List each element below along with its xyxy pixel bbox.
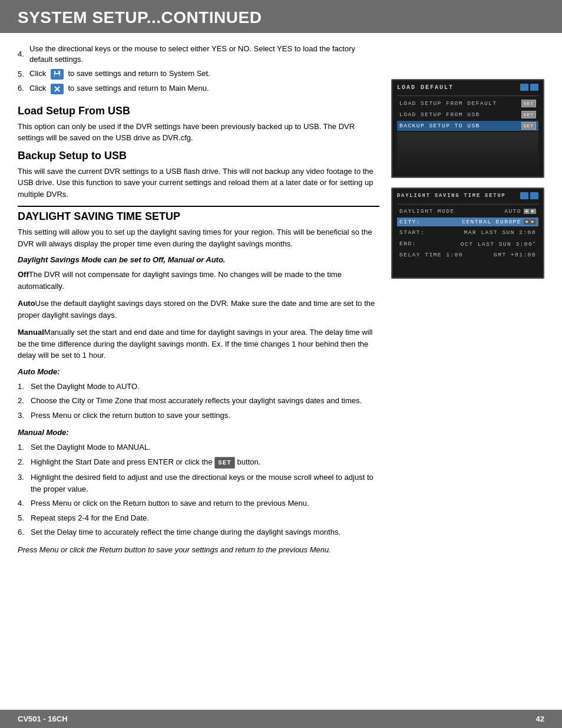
backup-setup-body: This will save the current DVR settings … xyxy=(18,166,379,200)
dvr-city: CITY: CENTRAL EUROPE ◀ ▶ xyxy=(397,218,538,226)
dvr-city-left-arrow[interactable]: ◀ xyxy=(524,219,530,225)
dvr-start-label: START: xyxy=(399,229,425,236)
list-item-4-text: Use the directional keys or the mouse to… xyxy=(29,44,379,65)
mode-off-label: Off xyxy=(18,270,29,279)
manual-step-3-num: 3. xyxy=(18,472,31,495)
manual-step-3: 3. Highlight the desired field to adjust… xyxy=(18,472,379,495)
dvr-divider-2 xyxy=(397,204,538,205)
manual-mode-steps: 1. Set the Daylight Mode to MANUAL. 2. H… xyxy=(18,442,379,538)
dvr-item-backup: BACKUP SETUP TO USB SET xyxy=(397,121,538,131)
dvr-icon-2 xyxy=(530,84,538,91)
dvr-set-2: SET xyxy=(521,111,536,118)
dvr-screen-1-title-row: LOAD DEFAULT xyxy=(397,84,538,91)
dvr-screen-2: DAYLIGHT SAVING TIME SETUP DAYLIGHT MODE… xyxy=(391,187,544,279)
daylight-heading: DAYLIGHT SAVING TIME SETUP xyxy=(18,210,379,223)
main-row: 4. Use the directional keys or the mouse… xyxy=(18,44,544,564)
manual-step-4-text: Press Menu or click on the Return button… xyxy=(31,498,309,509)
footer-label: CV501 - 16CH xyxy=(18,714,68,723)
auto-step-3-num: 3. xyxy=(18,410,31,421)
mode-auto-para: AutoUse the default daylight savings day… xyxy=(18,298,379,321)
mode-off-text: The DVR will not compensate for daylight… xyxy=(18,270,342,291)
set-button-inline: SET xyxy=(214,457,235,469)
dvr-icon-1 xyxy=(520,84,528,91)
manual-step-2-text: Highlight the Start Date and press ENTER… xyxy=(31,456,260,469)
footer-bar: CV501 - 16CH 42 xyxy=(0,710,562,728)
dvr-item-load-default-text: LOAD SETUP FROM DEFAULT xyxy=(399,100,497,107)
auto-step-1-num: 1. xyxy=(18,381,31,393)
manual-step-1: 1. Set the Daylight Mode to MANUAL. xyxy=(18,442,379,453)
dvr-start-value: MAR LAST SUN 2:00 xyxy=(464,229,536,236)
header-bar: SYSTEM SETUP...continued xyxy=(0,0,562,33)
load-setup-body: This option can only be used if the DVR … xyxy=(18,121,379,144)
manual-step-6: 6. Set the Delay time to accurately refl… xyxy=(18,526,379,538)
auto-step-2: 2. Choose the City or Time Zone that mos… xyxy=(18,395,379,407)
mode-off-para: OffThe DVR will not compensate for dayli… xyxy=(18,269,379,292)
x-icon-button[interactable] xyxy=(51,84,64,94)
dvr-screen-1-preview xyxy=(397,132,538,173)
dvr-icon-4 xyxy=(530,192,538,199)
auto-mode-steps: 1. Set the Daylight Mode to AUTO. 2. Cho… xyxy=(18,381,379,421)
content: 4. Use the directional keys or the mouse… xyxy=(0,44,562,564)
manual-step-3-text: Highlight the desired field to adjust an… xyxy=(31,472,379,495)
mode-auto-text: Use the default daylight savings days st… xyxy=(18,299,375,319)
dvr-end: END: OCT LAST SUN 3:00↗ xyxy=(397,239,538,249)
auto-step-1-text: Set the Daylight Mode to AUTO. xyxy=(31,381,140,393)
list-item-5-text: Click to save settings and return to Sys… xyxy=(29,68,210,80)
list-item-6-text: Click to save settings and return to Mai… xyxy=(29,83,209,94)
load-setup-heading: Load Setup From USB xyxy=(18,105,379,117)
manual-step-2: 2. Highlight the Start Date and press EN… xyxy=(18,456,379,469)
auto-step-2-text: Choose the City or Time Zone that most a… xyxy=(31,395,362,407)
manual-step-5-num: 5. xyxy=(18,512,31,524)
dvr-city-right-arrow[interactable]: ▶ xyxy=(530,219,536,225)
dvr-icon-3 xyxy=(520,192,528,199)
section-separator xyxy=(18,206,379,207)
page: SYSTEM SETUP...continued 4. Use the dire… xyxy=(0,0,562,728)
dvr-daylight-mode-value: AUTO xyxy=(504,208,521,215)
dvr-screen-2-title-row: DAYLIGHT SAVING TIME SETUP xyxy=(397,192,538,199)
auto-step-1: 1. Set the Daylight Mode to AUTO. xyxy=(18,381,379,393)
dvr-screen-1-icons xyxy=(520,84,538,91)
dvr-end-value: OCT LAST SUN 3:00↗ xyxy=(461,240,536,248)
save-icon-button[interactable] xyxy=(51,69,64,80)
dvr-screen-1-title: LOAD DEFAULT xyxy=(397,84,454,91)
top-numbered-list: 4. Use the directional keys or the mouse… xyxy=(18,44,379,94)
text-col: 4. Use the directional keys or the mouse… xyxy=(18,44,379,564)
list-num-4: 4. xyxy=(18,49,29,60)
manual-step-1-text: Set the Daylight Mode to MANUAL. xyxy=(31,442,151,453)
svg-rect-1 xyxy=(55,71,58,73)
list-item-6: 6. Click to save settings and return to … xyxy=(18,83,379,94)
auto-step-2-num: 2. xyxy=(18,395,31,407)
list-item-5: 5. Click to save settings and return t xyxy=(18,68,379,80)
dvr-set-1: SET xyxy=(521,100,536,107)
dvr-city-value: CENTRAL EUROPE xyxy=(462,219,521,225)
list-num-6: 6. xyxy=(18,83,29,94)
dvr-daylight-mode-label: DAYLIGHT MODE xyxy=(399,208,455,215)
mode-manual-text: Manually set the start and end date and … xyxy=(18,328,372,360)
manual-step-5: 5. Repeat steps 2-4 for the End Date. xyxy=(18,512,379,524)
dvr-screen-2-icons xyxy=(520,192,538,199)
dvr-item-load-usb-text: LOAD SETUP FROM USB xyxy=(399,111,480,118)
manual-mode-heading: Manual Mode: xyxy=(18,428,379,437)
footer-page: 42 xyxy=(536,714,544,723)
dvr-start: START: MAR LAST SUN 2:00 xyxy=(397,228,538,237)
page-title: SYSTEM SETUP...continued xyxy=(18,8,262,27)
auto-step-3: 3. Press Menu or click the return button… xyxy=(18,410,379,421)
auto-mode-heading: Auto Mode: xyxy=(18,367,379,376)
dvr-item-load-default: LOAD SETUP FROM DEFAULT SET xyxy=(397,98,538,108)
manual-step-6-text: Set the Delay time to accurately reflect… xyxy=(31,526,340,538)
dvr-daylight-mode: DAYLIGHT MODE AUTO ◀ ▶ xyxy=(397,207,538,216)
manual-step-5-text: Repeat steps 2-4 for the End Date. xyxy=(31,512,149,524)
manual-step-1-num: 1. xyxy=(18,442,31,453)
svg-rect-2 xyxy=(55,74,59,77)
mode-manual-label: Manual xyxy=(18,328,44,337)
modes-note: Daylight Savings Mode can be set to Off,… xyxy=(18,255,379,264)
dvr-right-arrow[interactable]: ▶ xyxy=(530,209,536,214)
dvr-left-arrow[interactable]: ◀ xyxy=(524,209,530,214)
dvr-screen-2-title: DAYLIGHT SAVING TIME SETUP xyxy=(397,193,506,199)
dvr-city-label: CITY: xyxy=(399,219,421,225)
mode-manual-para: ManualManually set the start and end dat… xyxy=(18,327,379,361)
list-item-4: 4. Use the directional keys or the mouse… xyxy=(18,44,379,65)
dvr-item-load-usb: LOAD SETUP FROM USB SET xyxy=(397,110,538,120)
images-col: LOAD DEFAULT LOAD SETUP FROM DEFAULT SET… xyxy=(391,44,544,564)
manual-step-4-num: 4. xyxy=(18,498,31,509)
